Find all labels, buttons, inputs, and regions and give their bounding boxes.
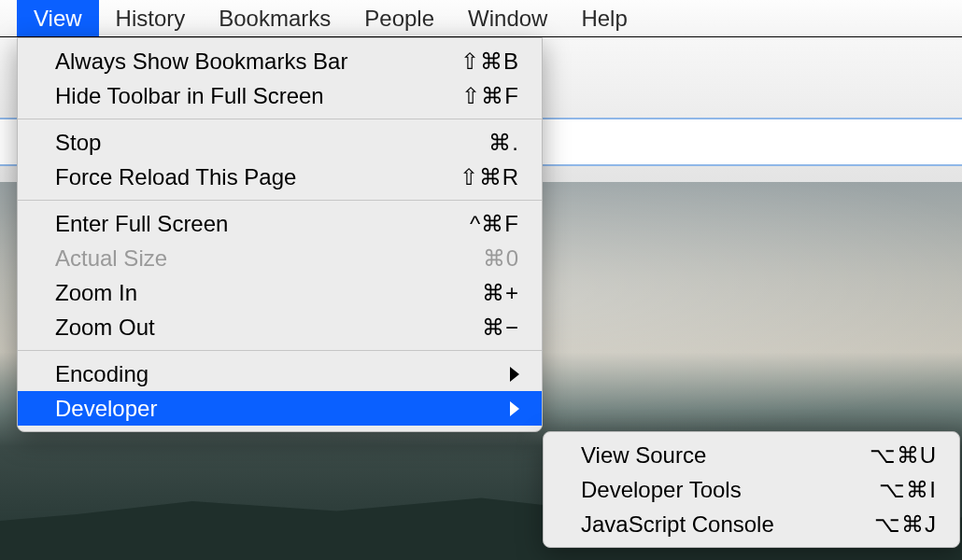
menubar: View History Bookmarks People Window Hel…	[0, 0, 962, 37]
menu-item-view-source[interactable]: View Source ⌥⌘U	[544, 438, 959, 472]
menu-item-stop[interactable]: Stop ⌘.	[18, 125, 542, 160]
menu-item-encoding[interactable]: Encoding	[18, 357, 542, 391]
shortcut-label: ⇧⌘B	[460, 49, 519, 75]
menu-item-actual-size: Actual Size ⌘0	[18, 241, 542, 275]
view-menu: Always Show Bookmarks Bar ⇧⌘B Hide Toolb…	[17, 37, 543, 432]
menubar-item-people[interactable]: People	[347, 0, 451, 36]
menu-item-always-show-bookmarks-bar[interactable]: Always Show Bookmarks Bar ⇧⌘B	[18, 44, 542, 78]
menu-item-force-reload[interactable]: Force Reload This Page ⇧⌘R	[18, 160, 542, 194]
menu-item-enter-full-screen[interactable]: Enter Full Screen ^⌘F	[18, 206, 542, 241]
submenu-arrow-icon	[510, 367, 519, 382]
developer-submenu: View Source ⌥⌘U Developer Tools ⌥⌘I Java…	[543, 431, 960, 548]
shortcut-label: ⌥⌘I	[879, 477, 937, 503]
menu-item-javascript-console[interactable]: JavaScript Console ⌥⌘J	[544, 507, 959, 541]
menubar-item-help[interactable]: Help	[564, 0, 644, 36]
shortcut-label: ⇧⌘F	[461, 83, 519, 109]
menu-item-developer[interactable]: Developer	[18, 391, 542, 426]
shortcut-label: ⌘.	[488, 130, 519, 156]
menu-item-zoom-in[interactable]: Zoom In ⌘+	[18, 275, 542, 310]
menu-item-zoom-out[interactable]: Zoom Out ⌘−	[18, 310, 542, 344]
menubar-item-history[interactable]: History	[99, 0, 203, 36]
shortcut-label: ⇧⌘R	[460, 164, 519, 190]
menubar-item-window[interactable]: Window	[451, 0, 564, 36]
shortcut-label: ⌘+	[482, 280, 519, 306]
shortcut-label: ⌘0	[483, 245, 519, 272]
menu-item-hide-toolbar-full-screen[interactable]: Hide Toolbar in Full Screen ⇧⌘F	[18, 78, 542, 113]
shortcut-label: ⌥⌘J	[874, 511, 937, 538]
shortcut-label: ⌘−	[482, 315, 519, 341]
menubar-item-view[interactable]: View	[17, 0, 99, 36]
menubar-item-bookmarks[interactable]: Bookmarks	[202, 0, 347, 36]
menu-separator	[18, 200, 542, 201]
menu-separator	[18, 350, 542, 351]
shortcut-label: ⌥⌘U	[870, 442, 937, 469]
submenu-arrow-icon	[510, 401, 519, 416]
shortcut-label: ^⌘F	[470, 211, 519, 237]
menu-item-developer-tools[interactable]: Developer Tools ⌥⌘I	[544, 472, 959, 507]
menu-separator	[18, 119, 542, 119]
